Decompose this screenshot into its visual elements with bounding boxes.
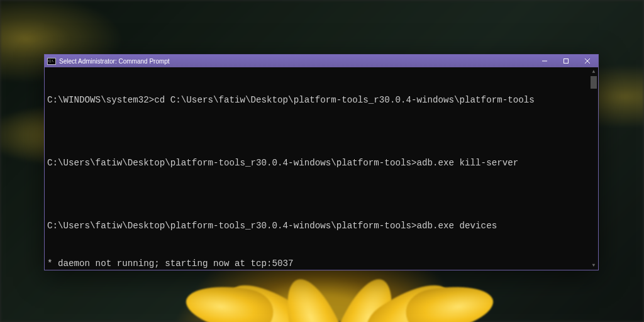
scroll-up-icon[interactable]: ▲ bbox=[589, 67, 598, 76]
scroll-down-icon[interactable]: ▼ bbox=[589, 261, 598, 270]
scroll-track[interactable] bbox=[589, 76, 598, 261]
terminal-line: C:\Users\fatiw\Desktop\platform-tools_r3… bbox=[47, 157, 594, 169]
command-prompt-window: C:\ Select Administrator: Command Prompt… bbox=[44, 54, 599, 270]
terminal-line: * daemon not running; starting now at tc… bbox=[47, 257, 594, 270]
maximize-icon bbox=[563, 58, 569, 64]
close-icon bbox=[584, 58, 591, 64]
scrollbar[interactable]: ▲ ▼ bbox=[589, 67, 598, 270]
titlebar[interactable]: C:\ Select Administrator: Command Prompt bbox=[45, 55, 598, 67]
cmd-icon: C:\ bbox=[47, 58, 56, 65]
terminal-line: C:\Users\fatiw\Desktop\platform-tools_r3… bbox=[47, 219, 594, 232]
window-title: Select Administrator: Command Prompt bbox=[59, 58, 170, 65]
terminal-output[interactable]: C:\WINDOWS\system32>cd C:\Users\fatiw\De… bbox=[45, 67, 598, 270]
scroll-thumb[interactable] bbox=[591, 76, 597, 89]
window-controls bbox=[534, 55, 598, 67]
svg-rect-1 bbox=[564, 59, 569, 64]
terminal-line: C:\WINDOWS\system32>cd C:\Users\fatiw\De… bbox=[47, 94, 594, 106]
minimize-icon bbox=[541, 58, 548, 64]
maximize-button[interactable] bbox=[555, 55, 577, 67]
close-button[interactable] bbox=[577, 55, 598, 67]
minimize-button[interactable] bbox=[534, 55, 555, 67]
